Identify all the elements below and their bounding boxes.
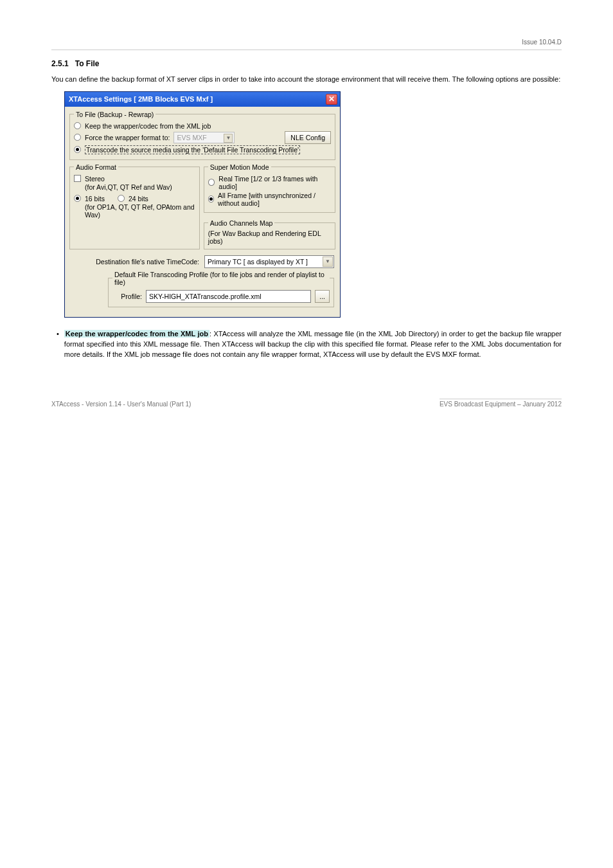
header-issue: Issue 10.04.D	[51, 39, 562, 46]
bullet-label: Keep the wrapper/codec from the XML job	[64, 330, 209, 338]
dialog-titlebar[interactable]: XTAccess Settings [ 2MB Blocks EVS Mxf ]…	[65, 92, 340, 107]
16bits-radio[interactable]	[74, 195, 81, 202]
profile-browse-button[interactable]: ...	[315, 290, 330, 303]
keep-wrapper-label: Keep the wrapper/codec from the XML job	[85, 122, 211, 130]
wrapper-format-value: EVS MXF	[177, 134, 206, 141]
native-tc-value: Primary TC [ as displayed by XT ]	[208, 258, 308, 266]
bullet-paragraph: Keep the wrapper/codec from the XML job:…	[64, 329, 562, 360]
xtaccess-settings-dialog: XTAccess Settings [ 2MB Blocks EVS Mxf ]…	[64, 91, 341, 318]
24bits-label: 24 bits	[129, 195, 148, 203]
native-tc-label: Destination file's native TimeCode:	[71, 258, 199, 266]
force-wrapper-radio[interactable]	[74, 134, 81, 141]
keep-wrapper-radio[interactable]	[74, 122, 81, 129]
transcoding-profile-legend: Default File Transcoding Profile (for to…	[112, 271, 330, 286]
stereo-checkbox[interactable]	[74, 175, 81, 182]
audio-channels-map-group: Audio Channels Map (For Wav Backup and R…	[204, 219, 335, 249]
16bits-label: 16 bits	[85, 195, 105, 203]
profile-label: Profile:	[112, 293, 142, 300]
realtime-radio[interactable]	[208, 179, 215, 186]
realtime-label: Real Time [1/2 or 1/3 frames with audio]	[218, 175, 331, 190]
24bits-radio[interactable]	[118, 195, 125, 202]
footer-right: EVS Broadcast Equipment – January 2012	[440, 399, 562, 408]
bits-help: (for OP1A, QT, QT Ref, OPAtom and Wav)	[85, 203, 195, 219]
section-number: 2.5.1	[51, 59, 69, 68]
super-motion-group: Super Motion Mode Real Time [1/2 or 1/3 …	[204, 163, 335, 213]
chevron-down-icon: ▼	[323, 257, 333, 267]
allframe-label: All Frame [with unsynchronized / without…	[218, 192, 331, 207]
transcoding-profile-group: Default File Transcoding Profile (for to…	[108, 271, 334, 307]
transcode-radio[interactable]	[74, 146, 81, 153]
close-icon[interactable]: ✕	[326, 94, 337, 105]
audio-format-group: Audio Format Stereo (for Avi,QT, QT Ref …	[69, 163, 200, 249]
chevron-down-icon: ▼	[224, 134, 233, 143]
audio-channels-map-help: (For Wav Backup and Rendering EDL jobs)	[208, 230, 331, 245]
stereo-help: (for Avi,QT, QT Ref and Wav)	[85, 183, 195, 191]
native-tc-combo[interactable]: Primary TC [ as displayed by XT ] ▼	[204, 255, 334, 268]
to-file-legend: To File (Backup - Rewrap)	[74, 111, 155, 118]
footer-left: XTAccess - Version 1.14 - User's Manual …	[51, 401, 191, 408]
nle-config-button[interactable]: NLE Config	[285, 131, 331, 144]
to-file-group: To File (Backup - Rewrap) Keep the wrapp…	[69, 111, 335, 160]
force-wrapper-label: Force the wrapper format to:	[85, 134, 170, 141]
dialog-title: XTAccess Settings [ 2MB Blocks EVS Mxf ]	[69, 95, 213, 103]
profile-input[interactable]: SKY-HIGH_XTATranscode.profile.xml	[146, 290, 311, 303]
allframe-radio[interactable]	[208, 195, 214, 203]
transcode-label: Transcode the source media using the 'De…	[85, 145, 300, 154]
stereo-label: Stereo	[85, 175, 105, 183]
header-rule	[51, 50, 562, 50]
audio-channels-map-legend: Audio Channels Map	[208, 219, 274, 227]
section-heading: 2.5.1 To File	[51, 59, 562, 68]
section-title: To File	[75, 59, 100, 68]
super-motion-legend: Super Motion Mode	[208, 163, 271, 171]
intro-paragraph: You can define the backup format of XT s…	[51, 75, 562, 85]
bullet-icon: •	[57, 329, 59, 360]
audio-format-legend: Audio Format	[74, 163, 118, 171]
wrapper-format-combo[interactable]: EVS MXF ▼	[173, 132, 235, 143]
